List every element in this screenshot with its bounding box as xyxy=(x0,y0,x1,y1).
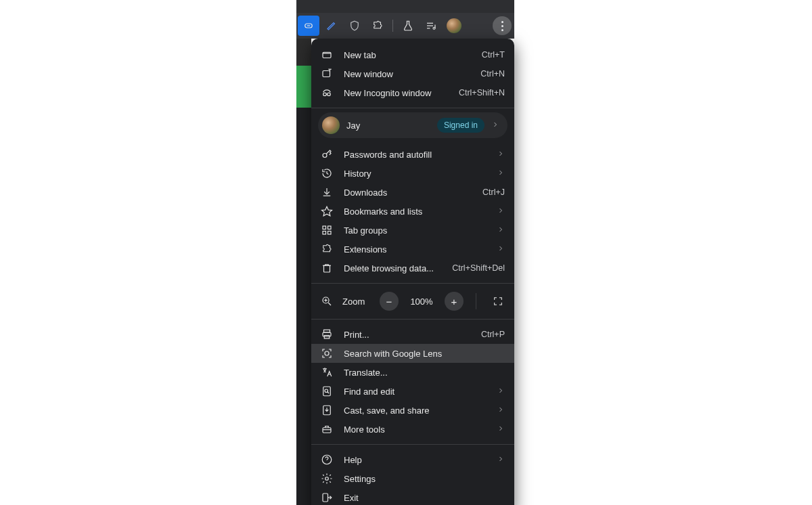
profile-status-pill: Signed in xyxy=(437,118,484,133)
chevron-right-icon xyxy=(497,387,505,397)
menu-item-find-edit[interactable]: Find and edit xyxy=(311,382,514,401)
svg-rect-36 xyxy=(323,428,331,433)
menu-item-passwords[interactable]: Passwords and autofill xyxy=(311,145,514,164)
menu-item-label: History xyxy=(344,169,486,179)
menu-item-new-tab[interactable]: New tab Ctrl+T xyxy=(311,45,514,64)
plus-icon: + xyxy=(451,296,457,307)
toolbar-separator xyxy=(392,20,393,32)
svg-point-11 xyxy=(323,93,327,96)
menu-zoom-row: Zoom − 100% + xyxy=(311,286,514,316)
chevron-right-icon xyxy=(497,169,505,179)
page-background-sliver xyxy=(296,39,311,505)
gear-icon xyxy=(321,473,333,485)
zoom-in-button[interactable]: + xyxy=(445,292,464,311)
menu-item-incognito[interactable]: New Incognito window Ctrl+Shift+N xyxy=(311,83,514,102)
profile-button[interactable] xyxy=(443,16,465,36)
svg-point-12 xyxy=(328,93,331,96)
profile-name: Jay xyxy=(346,120,430,131)
svg-line-33 xyxy=(328,392,329,393)
more-vert-icon xyxy=(501,21,503,31)
print-icon xyxy=(321,328,333,341)
extension-marker-button[interactable] xyxy=(321,16,342,36)
extension-toolbar xyxy=(296,13,514,39)
menu-item-downloads[interactable]: Downloads Ctrl+J xyxy=(311,183,514,202)
menu-item-translate[interactable]: Translate... xyxy=(311,363,514,382)
menu-item-label: Find and edit xyxy=(344,387,486,397)
svg-rect-31 xyxy=(323,387,331,396)
extension-link-button[interactable] xyxy=(298,16,319,36)
menu-item-shortcut: Ctrl+J xyxy=(482,188,505,197)
menu-item-label: Settings xyxy=(344,474,505,484)
chevron-right-icon xyxy=(497,150,505,160)
svg-rect-8 xyxy=(323,71,330,77)
menu-item-cast-save-share[interactable]: Cast, save, and share xyxy=(311,401,514,420)
svg-rect-18 xyxy=(323,226,326,229)
menu-item-delete-browsing-data[interactable]: Delete browsing data... Ctrl+Shift+Del xyxy=(311,259,514,278)
menu-item-label: Bookmarks and lists xyxy=(344,206,486,217)
page-band-dark xyxy=(296,39,311,66)
menu-item-history[interactable]: History xyxy=(311,164,514,183)
svg-rect-21 xyxy=(328,232,332,235)
key-icon xyxy=(321,148,333,160)
link-icon xyxy=(302,20,315,32)
svg-rect-19 xyxy=(328,226,332,229)
menu-divider xyxy=(311,283,514,284)
zoom-label: Zoom xyxy=(342,297,370,307)
save-page-icon xyxy=(321,404,333,416)
menu-item-label: Translate... xyxy=(344,368,505,378)
chevron-right-icon xyxy=(497,455,505,465)
chrome-menu-button[interactable] xyxy=(493,16,512,35)
marker-icon xyxy=(325,20,338,32)
minus-icon: − xyxy=(386,296,392,307)
flask-icon xyxy=(402,20,414,32)
menu-item-tabgroups[interactable]: Tab groups xyxy=(311,221,514,240)
puzzle-icon xyxy=(321,243,333,255)
menu-item-shortcut: Ctrl+N xyxy=(480,69,505,79)
star-icon xyxy=(321,205,333,217)
chevron-right-icon xyxy=(497,405,505,416)
extension-shield-button[interactable] xyxy=(344,16,365,36)
menu-item-new-window[interactable]: New window Ctrl+N xyxy=(311,64,514,83)
tab-icon xyxy=(321,49,333,61)
menu-item-label: Print... xyxy=(344,330,470,340)
menu-item-shortcut: Ctrl+Shift+N xyxy=(459,88,505,97)
media-controls-button[interactable] xyxy=(420,16,442,36)
menu-item-exit[interactable]: Exit xyxy=(311,488,514,505)
svg-point-40 xyxy=(325,477,329,481)
svg-point-14 xyxy=(323,154,327,158)
menu-divider xyxy=(311,319,514,320)
new-window-icon xyxy=(321,68,333,80)
menu-item-shortcut: Ctrl+Shift+Del xyxy=(452,263,505,273)
menu-item-print[interactable]: Print... Ctrl+P xyxy=(311,325,514,344)
help-icon xyxy=(321,454,333,466)
menu-item-settings[interactable]: Settings xyxy=(311,469,514,488)
puzzle-icon xyxy=(371,20,384,32)
download-icon xyxy=(321,186,333,198)
shield-icon xyxy=(348,20,361,32)
menu-item-label: Downloads xyxy=(344,188,472,198)
incognito-icon xyxy=(321,87,333,99)
menu-item-bookmarks[interactable]: Bookmarks and lists xyxy=(311,202,514,221)
menu-item-label: Passwords and autofill xyxy=(344,150,486,160)
menu-item-label: Delete browsing data... xyxy=(344,263,441,273)
browser-chrome-top xyxy=(296,0,514,13)
menu-item-google-lens[interactable]: Search with Google Lens xyxy=(311,344,514,363)
menu-item-label: New tab xyxy=(344,50,471,60)
menu-item-more-tools[interactable]: More tools xyxy=(311,420,514,439)
chevron-right-icon xyxy=(497,244,505,255)
menu-item-label: Exit xyxy=(344,493,505,503)
extensions-button[interactable] xyxy=(367,16,388,36)
fullscreen-button[interactable] xyxy=(489,292,508,311)
zoom-out-button[interactable]: − xyxy=(380,292,399,311)
menu-item-extensions[interactable]: Extensions xyxy=(311,240,514,259)
menu-profile-row[interactable]: Jay Signed in xyxy=(318,112,508,138)
toolbox-icon xyxy=(321,423,333,435)
menu-item-label: New Incognito window xyxy=(344,88,448,98)
menu-item-help[interactable]: Help xyxy=(311,450,514,469)
zoom-icon xyxy=(321,295,333,307)
labs-button[interactable] xyxy=(397,16,419,36)
menu-item-shortcut: Ctrl+P xyxy=(481,330,505,339)
menu-item-label: Help xyxy=(344,455,486,465)
avatar-icon xyxy=(322,116,340,134)
menu-item-label: Extensions xyxy=(344,244,486,255)
